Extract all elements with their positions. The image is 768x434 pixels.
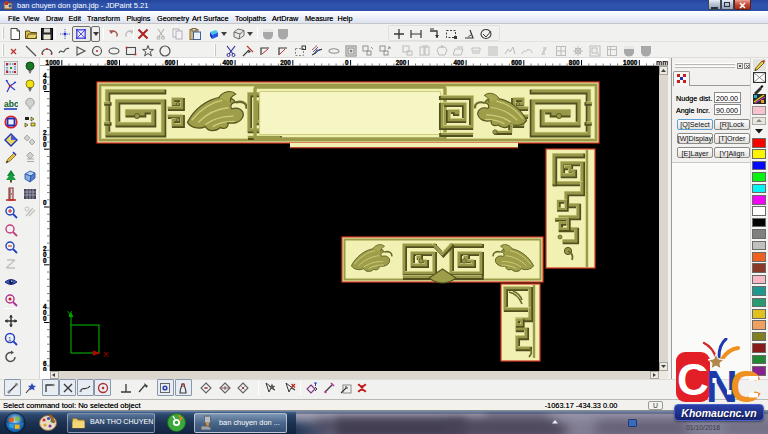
- svg-text:200: 200: [396, 59, 407, 66]
- svg-text:abc: abc: [4, 99, 18, 109]
- svg-text:400: 400: [453, 59, 464, 66]
- svg-text:1: 1: [8, 335, 12, 341]
- svg-text:Y: Y: [67, 309, 73, 318]
- svg-text:0: 0: [43, 199, 47, 206]
- svg-text:X: X: [103, 350, 109, 359]
- svg-text:0: 0: [43, 315, 47, 322]
- svg-text:0: 0: [345, 59, 349, 66]
- svg-text:C: C: [677, 355, 709, 404]
- svg-text:800: 800: [569, 59, 580, 66]
- svg-text:200: 200: [280, 59, 291, 66]
- svg-text:0: 0: [43, 84, 47, 91]
- svg-text:1000: 1000: [46, 59, 61, 66]
- svg-text:1000: 1000: [623, 59, 638, 66]
- svg-text:400: 400: [222, 59, 233, 66]
- svg-text:600: 600: [165, 59, 176, 66]
- svg-text:mm: mm: [656, 59, 668, 66]
- svg-text:0: 0: [43, 257, 47, 264]
- svg-text:C: C: [730, 362, 762, 404]
- svg-text:800: 800: [107, 59, 118, 66]
- svg-text:0: 0: [43, 141, 47, 148]
- svg-text:600: 600: [511, 59, 522, 66]
